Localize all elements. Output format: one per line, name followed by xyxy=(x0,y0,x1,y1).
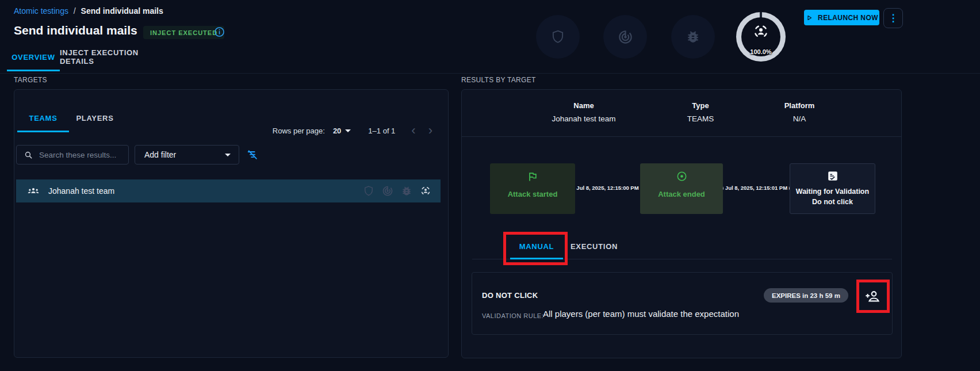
search-box xyxy=(16,145,129,165)
atomic-testing-page: Atomic testings / Send individual mails … xyxy=(0,0,980,371)
tab-overview[interactable]: OVERVIEW xyxy=(7,49,60,65)
caret-down-icon[interactable] xyxy=(345,129,351,132)
tab-overview-underline xyxy=(7,70,60,71)
groups-icon xyxy=(27,185,40,197)
timeline-step-waiting-validation: Waiting for Validation Do not click xyxy=(790,163,875,214)
play-outline-icon xyxy=(805,14,813,22)
timeline-step-label: Attack started xyxy=(508,190,558,198)
timeline-step-sublabel: Do not click xyxy=(812,198,853,206)
page-title: Send individual mails xyxy=(14,24,137,37)
summary-col-platform: Platform N/A xyxy=(736,101,863,123)
timeline-connector-1: Jul 8, 2025, 12:15:00 PM xyxy=(575,163,640,214)
add-filter-select[interactable]: Add filter xyxy=(135,145,239,165)
relaunch-now-label: RELAUNCH NOW xyxy=(818,14,878,22)
timeline-step-attack-ended: Attack ended xyxy=(640,163,723,214)
validation-card-icon xyxy=(826,170,839,182)
breadcrumb-link-atomic-testings[interactable]: Atomic testings xyxy=(14,6,68,16)
team-result-icons xyxy=(363,185,441,197)
sensor-person-icon xyxy=(420,185,431,197)
tab-players[interactable]: PLAYERS xyxy=(74,110,116,125)
score-value: 100.0% xyxy=(736,48,786,55)
breadcrumb-separator: / xyxy=(74,6,76,16)
prevention-shield-icon xyxy=(536,15,580,59)
team-row-johanah-test-team[interactable]: Johanah test team xyxy=(16,179,441,202)
search-input[interactable] xyxy=(38,150,142,160)
relaunch-now-button[interactable]: RELAUNCH NOW xyxy=(804,10,879,25)
summary-name-value: Johanah test team xyxy=(520,114,647,123)
circle-dot-icon xyxy=(676,170,688,182)
filter-off-icon[interactable] xyxy=(246,148,259,163)
team-name: Johanah test team xyxy=(48,186,114,196)
search-icon xyxy=(24,150,33,160)
shield-icon xyxy=(363,185,374,197)
status-badge: INJECT EXECUTED xyxy=(143,26,224,39)
add-filter-label: Add filter xyxy=(144,150,176,159)
score-donut: 100.0% xyxy=(736,12,786,62)
pagination-prev-icon[interactable]: ‹ xyxy=(411,125,415,136)
annotation-box-add-player xyxy=(856,280,890,313)
flag-icon xyxy=(527,171,538,182)
vulnerability-bug-icon xyxy=(671,15,715,59)
timeline-timestamp: Jul 8, 2025, 12:15:01 PM xyxy=(723,185,789,191)
timeline-step-label: Attack ended xyxy=(658,190,705,198)
targets-section-label: TARGETS xyxy=(14,76,47,84)
rows-per-page-label: Rows per page: xyxy=(273,127,325,135)
results-section-label: RESULTS BY TARGET xyxy=(461,76,536,84)
timeline-step-attack-started: Attack started xyxy=(490,163,575,214)
detection-track-changes-icon xyxy=(603,15,647,59)
header-divider xyxy=(0,73,980,74)
info-icon[interactable] xyxy=(213,26,225,40)
annotation-box-manual-tab xyxy=(503,232,568,265)
tab-execution[interactable]: EXECUTION xyxy=(566,239,622,253)
summary-name-label: Name xyxy=(520,101,647,110)
pagination-range: 1–1 of 1 xyxy=(368,127,395,135)
timeline-connector-2: Jul 8, 2025, 12:15:01 PM xyxy=(723,163,790,214)
validation-rule-label: VALIDATION RULE: xyxy=(482,312,543,319)
tab-teams-underline xyxy=(17,131,69,132)
tab-teams[interactable]: TEAMS xyxy=(17,110,69,125)
sensor-person-icon xyxy=(752,23,770,43)
summary-platform-value: N/A xyxy=(736,114,863,123)
expectation-card xyxy=(472,272,893,335)
more-options-kebab-icon[interactable]: ⋮ xyxy=(883,8,903,28)
caret-down-icon xyxy=(225,154,231,156)
pagination-next-icon[interactable]: › xyxy=(428,125,432,136)
timeline-step-label: Waiting for Validation xyxy=(796,188,869,196)
expires-chip: EXPIRES in 23 h 59 m xyxy=(764,288,848,303)
timeline-timestamp: Jul 8, 2025, 12:15:00 PM xyxy=(575,185,640,191)
summary-col-name: Name Johanah test team xyxy=(520,101,647,123)
summary-platform-label: Platform xyxy=(736,101,863,110)
breadcrumb-current: Send individual mails xyxy=(81,6,163,16)
validation-rule-value: All players (per team) must validate the… xyxy=(543,309,739,319)
track-changes-icon xyxy=(382,185,393,197)
expectation-title: DO NOT CLICK xyxy=(482,291,538,300)
bug-icon xyxy=(401,185,412,197)
breadcrumb: Atomic testings / Send individual mails xyxy=(14,6,163,16)
rows-per-page-select[interactable]: 20 xyxy=(333,127,341,135)
pagination: Rows per page: 20 1–1 of 1 ‹ › xyxy=(247,123,432,139)
tab-inject-execution-details[interactable]: INJECT EXECUTION DETAILS xyxy=(60,49,166,65)
summary-divider xyxy=(462,136,901,137)
